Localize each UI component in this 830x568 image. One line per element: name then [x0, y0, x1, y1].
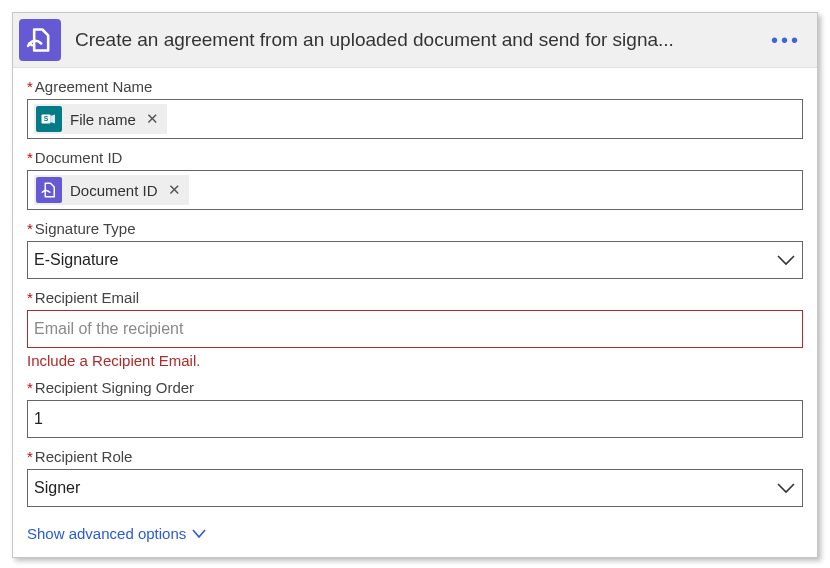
- token-document-id[interactable]: Document ID ✕: [34, 175, 189, 205]
- label-document-id: *Document ID: [27, 149, 803, 166]
- label-signature-type: *Signature Type: [27, 220, 803, 237]
- field-recipient-email: *Recipient Email Email of the recipient …: [27, 289, 803, 369]
- label-signing-order: *Recipient Signing Order: [27, 379, 803, 396]
- field-signature-type: *Signature Type E-Signature: [27, 220, 803, 279]
- card-body: *Agreement Name S File name ✕: [13, 68, 817, 557]
- token-label: File name: [70, 111, 136, 128]
- svg-text:S: S: [44, 115, 49, 122]
- field-signing-order: *Recipient Signing Order 1: [27, 379, 803, 438]
- label-agreement-name: *Agreement Name: [27, 78, 803, 95]
- more-button[interactable]: •••: [765, 29, 807, 52]
- chevron-down-icon: [776, 481, 796, 495]
- token-file-name[interactable]: S File name ✕: [34, 104, 167, 134]
- field-recipient-role: *Recipient Role Signer: [27, 448, 803, 507]
- adobe-sign-icon: [19, 19, 61, 61]
- input-signing-order[interactable]: 1: [27, 400, 803, 438]
- adobe-sign-icon: [36, 177, 62, 203]
- select-value: Signer: [34, 479, 80, 497]
- token-remove-button[interactable]: ✕: [168, 181, 181, 199]
- input-document-id[interactable]: Document ID ✕: [27, 170, 803, 210]
- token-remove-button[interactable]: ✕: [146, 110, 159, 128]
- input-recipient-email[interactable]: Email of the recipient: [27, 310, 803, 348]
- select-signature-type[interactable]: E-Signature: [27, 241, 803, 279]
- input-agreement-name[interactable]: S File name ✕: [27, 99, 803, 139]
- label-recipient-email: *Recipient Email: [27, 289, 803, 306]
- action-card: Create an agreement from an uploaded doc…: [12, 12, 818, 558]
- select-recipient-role[interactable]: Signer: [27, 469, 803, 507]
- select-value: E-Signature: [34, 251, 119, 269]
- placeholder-text: Email of the recipient: [34, 320, 183, 338]
- sharepoint-icon: S: [36, 106, 62, 132]
- show-advanced-options-link[interactable]: Show advanced options: [27, 525, 206, 542]
- error-recipient-email: Include a Recipient Email.: [27, 352, 803, 369]
- card-title: Create an agreement from an uploaded doc…: [75, 29, 765, 51]
- field-agreement-name: *Agreement Name S File name ✕: [27, 78, 803, 139]
- label-recipient-role: *Recipient Role: [27, 448, 803, 465]
- token-label: Document ID: [70, 182, 158, 199]
- input-value: 1: [34, 410, 43, 428]
- chevron-down-icon: [776, 253, 796, 267]
- chevron-down-icon: [192, 529, 206, 539]
- field-document-id: *Document ID Document ID ✕: [27, 149, 803, 210]
- card-header: Create an agreement from an uploaded doc…: [13, 13, 817, 68]
- advanced-label: Show advanced options: [27, 525, 186, 542]
